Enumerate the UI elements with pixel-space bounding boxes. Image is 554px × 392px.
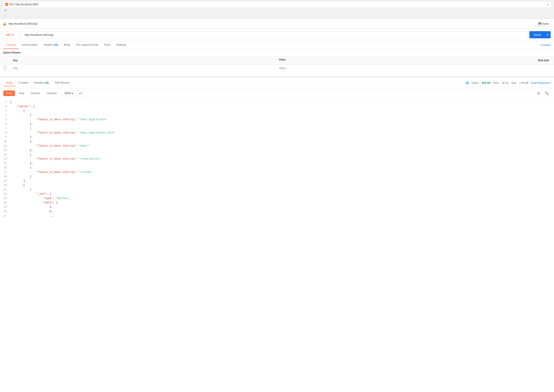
json-line: 21 { — [0, 188, 554, 192]
send-label: Send — [529, 31, 545, 38]
resp-tab-test-results[interactable]: Test Results — [52, 79, 72, 86]
time-value: 49 ms — [502, 82, 509, 84]
globe-icon: 🌐 — [466, 82, 469, 84]
tab-tests[interactable]: Tests — [101, 41, 113, 49]
line-content: { — [10, 100, 552, 105]
search-button[interactable]: 🔍 — [543, 90, 551, 96]
add-tab-button[interactable]: + — [2, 7, 8, 13]
method-selector[interactable]: GET ▾ — [3, 31, 20, 38]
line-number: 13 — [2, 153, 10, 157]
tab-more-button[interactable]: ··· — [2, 13, 552, 19]
line-content: "data": [ — [10, 201, 552, 205]
json-line: 2 "tables": [ — [0, 105, 554, 109]
resp-tab-body[interactable]: Body — [3, 79, 16, 86]
line-content: 1, — [10, 205, 552, 210]
line-content: } — [10, 175, 552, 179]
table-row — [0, 65, 554, 72]
line-number: 21 — [2, 188, 10, 192]
key-input[interactable] — [13, 67, 272, 70]
resp-tab-cookies[interactable]: Cookies — [16, 79, 31, 86]
params-table: Key Value Bulk Edit — [0, 56, 554, 72]
json-line: 12 }, — [0, 148, 554, 153]
resp-headers-count: (8) — [45, 81, 49, 84]
json-line: 11 "Tables_in_meal-sharing": "meal" — [0, 144, 554, 148]
response-toolbar: Pretty Raw Preview Visualize JSON ▾ ⇌ ⧉ … — [0, 88, 554, 98]
request-bar: GET ▾ Send ▾ — [0, 29, 554, 41]
tab-label: GET http://localhost:3001/ — [9, 3, 39, 6]
line-number: 19 — [2, 179, 10, 183]
line-number: 10 — [2, 139, 10, 144]
json-line: 13 { — [0, 153, 554, 157]
save-icon: 💾 — [538, 22, 542, 25]
address-bar-icon: 🔒 — [2, 22, 7, 26]
address-bar: 🔒 http://localhost:3001/api 💾 Save — [0, 19, 554, 29]
json-line: 1{ — [0, 100, 554, 105]
resp-tab-headers[interactable]: Headers (8) — [31, 79, 52, 86]
line-content: "tables": [ — [10, 105, 552, 109]
wrap-button[interactable]: ⇌ — [77, 90, 83, 96]
key-cell — [10, 65, 276, 72]
tab-settings[interactable]: Settings — [113, 41, 129, 49]
save-response-button[interactable]: Save Response ▾ — [531, 82, 551, 84]
json-line: 3 [ — [0, 109, 554, 113]
line-number: 16 — [2, 166, 10, 170]
line-number: 1 — [2, 100, 10, 104]
view-raw[interactable]: Raw — [17, 91, 27, 96]
line-number: 26 — [2, 210, 10, 214]
line-content: "type": "Buffer", — [10, 196, 552, 201]
tab-favicon: G — [5, 3, 8, 6]
value-input[interactable] — [279, 67, 551, 70]
line-content: }, — [10, 148, 552, 153]
line-number: 5 — [2, 118, 10, 122]
line-content: "Tables_in_meal-sharing": "review" — [10, 170, 552, 175]
json-content: 1{2 "tables": [3 [4 {5 "Tables_in_meal-s… — [0, 98, 554, 220]
key-header: Key — [10, 56, 276, 65]
active-tab[interactable]: G GET http://localhost:3001/ × — [2, 1, 552, 7]
line-content: "Tables_in_meal-sharing": "knex_migratio… — [10, 131, 552, 135]
section-divider — [0, 76, 554, 78]
save-chrome-button[interactable]: 💾 Save — [535, 21, 552, 27]
cookies-link[interactable]: Cookies — [541, 43, 551, 47]
bulk-edit-button[interactable]: Bulk Edit — [536, 58, 551, 63]
row-checkbox[interactable] — [3, 66, 6, 69]
send-button[interactable]: Send ▾ — [529, 31, 551, 38]
tab-prerequest[interactable]: Pre-request Script — [73, 41, 101, 49]
browser-chrome: G GET http://localhost:3001/ × + ··· — [0, 0, 554, 19]
line-content: 0, — [10, 210, 552, 214]
line-content: "_buf": { — [10, 192, 552, 196]
view-preview[interactable]: Preview — [28, 91, 42, 96]
line-content: { — [10, 126, 552, 131]
send-chevron-icon[interactable]: ▾ — [545, 31, 551, 38]
value-cell — [276, 65, 554, 72]
tab-body[interactable]: Body — [61, 41, 73, 49]
line-number: 25 — [2, 205, 10, 209]
size-label: Size: — [511, 82, 517, 84]
format-selector[interactable]: JSON ▾ — [62, 91, 75, 96]
line-content: ... — [10, 214, 552, 218]
tab-authorization[interactable]: Authorization — [19, 41, 41, 49]
line-content: }, — [10, 161, 552, 166]
address-text: http://localhost:3001/api — [8, 22, 37, 25]
json-line: 16 { — [0, 166, 554, 170]
json-line: 9 }, — [0, 135, 554, 139]
line-content: }, — [10, 135, 552, 139]
json-line: 24 "data": [ — [0, 201, 554, 205]
view-visualize[interactable]: Visualize — [44, 91, 59, 96]
line-number: 14 — [2, 157, 10, 161]
url-input[interactable] — [22, 31, 528, 38]
json-line: 23 "type": "Buffer", — [0, 196, 554, 201]
line-number: 22 — [2, 192, 10, 196]
tab-close-icon[interactable]: × — [547, 3, 549, 6]
time-label: Time: — [493, 82, 499, 84]
tab-params[interactable]: Params — [3, 41, 19, 49]
line-content: "Tables_in_meal-sharing": "knex_migratio… — [10, 118, 552, 122]
line-number: 12 — [2, 148, 10, 152]
section-title: Query Params — [0, 49, 554, 56]
line-number: 18 — [2, 175, 10, 179]
tab-headers[interactable]: Headers (6) — [41, 41, 61, 49]
line-number: 15 — [2, 161, 10, 166]
json-line: 26 0, — [0, 210, 554, 214]
line-number: 24 — [2, 201, 10, 205]
view-pretty[interactable]: Pretty — [3, 91, 15, 96]
copy-button[interactable]: ⧉ — [536, 90, 541, 96]
